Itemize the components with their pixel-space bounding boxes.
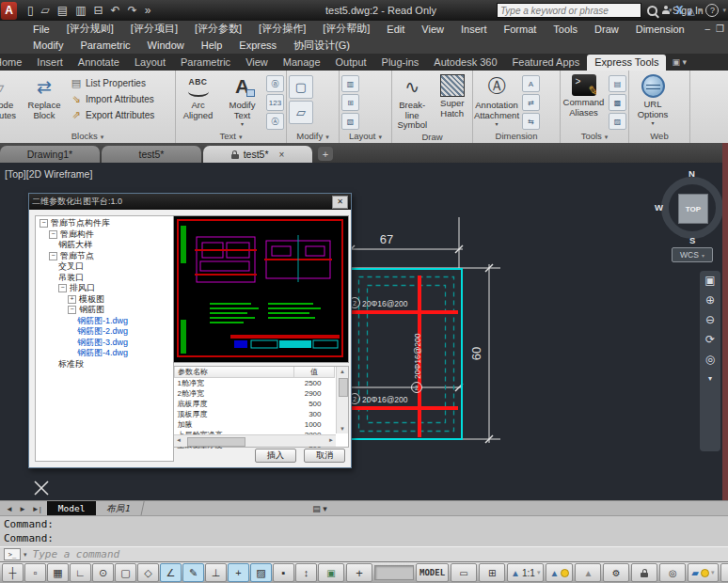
layout-nav-icon-1[interactable]: ► — [16, 505, 29, 513]
ribbon-align-space-button[interactable]: ▥ — [341, 75, 359, 92]
tree-expander-icon[interactable]: − — [49, 230, 57, 239]
ribbon-convert-text-button[interactable]: ⓐ — [266, 75, 284, 92]
qat-redo-button[interactable]: ↷ — [125, 4, 140, 17]
viewcube-top-face[interactable]: TOP — [678, 194, 708, 224]
table-row[interactable]: 1舱净宽2500 — [175, 378, 335, 389]
signin-dropdown-icon[interactable]: ▾ — [669, 7, 673, 14]
ribbon-tab-view[interactable]: View — [238, 55, 276, 71]
tree-item-1[interactable]: −管廊构件 — [36, 229, 173, 241]
ribbon-synchronize-viewports-button[interactable]: ⊞ — [341, 94, 359, 111]
ribbon-import-attributes-button[interactable]: ⇘Import Attributes — [70, 91, 154, 107]
ribbon-export-attributes-button[interactable]: ⇗Export Attributes — [70, 107, 154, 123]
qat-more-button[interactable]: » — [142, 4, 154, 17]
panel-label-dimension[interactable]: Dimension — [473, 130, 560, 143]
tab-model[interactable]: Model — [47, 501, 97, 516]
panel-label-modify[interactable]: Modify▾ — [287, 130, 339, 143]
ribbon-super-hatch-button[interactable]: SuperHatch — [433, 72, 473, 118]
ribbon-tab-annotate[interactable]: Annotate — [71, 55, 127, 71]
ribbon-tab-layout[interactable]: Layout — [127, 55, 173, 71]
ribbon-make-shape-button[interactable]: ▤ — [609, 75, 626, 92]
tree-expander-icon[interactable]: + — [68, 295, 76, 304]
table-row[interactable]: 顶板厚度300 — [175, 409, 335, 419]
clean-screen-button[interactable] — [720, 563, 728, 582]
auto-annotation-scale-button[interactable]: ▲ — [575, 563, 601, 582]
help-icon[interactable]: ? — [705, 4, 719, 17]
3d-object-snap-button[interactable]: ◇ — [137, 563, 159, 582]
command-prompt-icon[interactable]: >_ — [4, 548, 21, 560]
file-tab-close-icon[interactable]: × — [279, 150, 285, 160]
tree-expander-icon[interactable]: − — [40, 219, 48, 228]
workspace-switching-button[interactable]: ⚙ — [603, 563, 629, 582]
tree-expander-icon[interactable]: − — [49, 252, 57, 260]
tree-item-6[interactable]: −排风口 — [36, 283, 173, 294]
ribbon-annotation-attachment-button[interactable]: ⒶAnnotationAttachment▾ — [473, 72, 520, 127]
panel-label-blocks[interactable]: Blocks▾ — [0, 130, 175, 143]
tree-item-2[interactable]: 钢筋大样 — [36, 240, 173, 251]
pan-icon[interactable]: ⊕ — [705, 294, 715, 306]
menu-item-file[interactable]: File — [24, 24, 58, 35]
autodesk-360-icon[interactable]: ◭ — [688, 5, 695, 17]
tab-1[interactable]: 布局1 — [95, 501, 145, 516]
tree-expander-icon[interactable]: − — [68, 306, 76, 314]
quick-properties-button[interactable]: ▪ — [273, 563, 294, 582]
menu-item-cn-3[interactable]: [评分参数] — [186, 22, 250, 36]
ribbon-minimize-icon[interactable]: ▣ ▾ — [672, 57, 687, 71]
ribbon-arc-aligned-button[interactable]: ArcAligned — [176, 72, 220, 120]
ribbon-break-line-button[interactable]: ∿Break-lineSymbol — [392, 72, 433, 131]
ribbon-dim-reassociate-button[interactable]: ⇄ — [522, 94, 540, 111]
annotation-scale-button[interactable]: ▲ 1:1 ▾ — [507, 563, 544, 582]
tree-item-0[interactable]: −管廊节点构件库 — [36, 218, 173, 229]
ribbon-stretch-button[interactable]: ▱ — [289, 101, 313, 124]
viewcube[interactable]: N W S E TOP — [654, 171, 728, 250]
tree-item-12[interactable]: 钢筋图-4.dwg — [36, 348, 173, 359]
show-lineweight-button[interactable]: + — [228, 563, 249, 582]
panel-label-tools[interactable]: Tools▾ — [561, 130, 628, 143]
viewcube-north[interactable]: N — [688, 168, 695, 179]
zoom-icon[interactable]: ⊖ — [705, 314, 715, 325]
tree-expander-icon[interactable]: − — [58, 284, 67, 292]
panel-label-layout[interactable]: Layout▾ — [340, 130, 391, 143]
full-navigation-wheel-icon[interactable]: ▣ — [704, 275, 715, 286]
table-row[interactable]: 2舱净宽2900 — [175, 388, 335, 399]
steering-wheel-icon[interactable]: ◎ — [705, 354, 715, 365]
selection-cycling-button[interactable]: ↕ — [295, 563, 317, 582]
search-icon[interactable] — [647, 6, 657, 16]
menu-item-draw[interactable]: Draw — [586, 24, 627, 35]
panel-label-text[interactable]: Text▾ — [176, 130, 286, 143]
model-space-button[interactable]: MODEL — [416, 563, 449, 582]
ribbon-tab-manage[interactable]: Manage — [276, 55, 328, 71]
ribbon-tab-plug-ins[interactable]: Plug-ins — [374, 55, 427, 71]
ribbon-command-aliases-button[interactable]: CommandAliases — [561, 72, 607, 118]
dynamic-input-button[interactable]: ⊥ — [205, 563, 227, 582]
ribbon-change-case-button[interactable]: Ⓐ — [266, 113, 284, 130]
file-tab-test5-1[interactable]: test5* — [102, 146, 201, 163]
ribbon-leader-attach-button[interactable]: A — [522, 75, 540, 92]
menu-item-cn-5[interactable]: [评分帮助] — [314, 22, 378, 36]
qat-save-as-button[interactable]: ▥ — [72, 4, 88, 17]
qat-open-button[interactable]: ▱ — [39, 4, 53, 17]
menu-item-view[interactable]: View — [413, 24, 452, 35]
menu-item-edit[interactable]: Edit — [378, 24, 413, 35]
menu-item-dimension[interactable]: Dimension — [627, 24, 693, 35]
lock-ui-button[interactable] — [631, 563, 657, 582]
layout-nav-icon-0[interactable]: ◄ — [3, 505, 16, 513]
ribbon-tab-express-tools[interactable]: Express Tools — [587, 55, 666, 71]
dynamic-ucs-button[interactable]: ✎ — [182, 563, 204, 582]
tree-item-3[interactable]: −管廊节点 — [36, 251, 173, 262]
orbit-icon[interactable]: ⟳ — [705, 334, 715, 345]
hardware-acceleration-button[interactable]: ▰▾ — [688, 563, 718, 582]
panel-label-draw[interactable]: Draw — [392, 131, 472, 144]
viewcube-west[interactable]: W — [655, 202, 663, 213]
infer-constraints-button[interactable]: ┼ — [2, 563, 24, 582]
object-snap-button[interactable]: ▢ — [115, 563, 136, 582]
table-row[interactable]: 底板厚度500 — [175, 399, 335, 409]
menu-item-express[interactable]: Express — [230, 39, 285, 51]
qat-undo-button[interactable]: ↶ — [108, 4, 123, 17]
dialog-close-button[interactable]: ✕ — [332, 196, 348, 209]
qat-save-button[interactable]: ▤ — [55, 4, 71, 17]
ribbon-replace-block-button[interactable]: ⇄ReplaceBlock — [21, 72, 68, 120]
annotation-visibility-button[interactable]: ▲ — [546, 563, 573, 582]
navbar-more-icon[interactable]: ▾ — [708, 373, 712, 385]
ribbon-auto-number-button[interactable]: 123 — [266, 94, 284, 111]
menu-item-format[interactable]: Format — [496, 24, 546, 35]
